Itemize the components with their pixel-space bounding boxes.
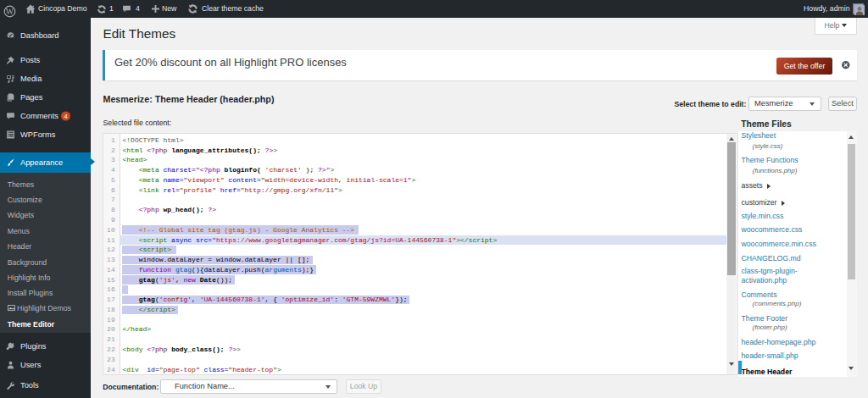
- svg-text:W: W: [6, 6, 14, 15]
